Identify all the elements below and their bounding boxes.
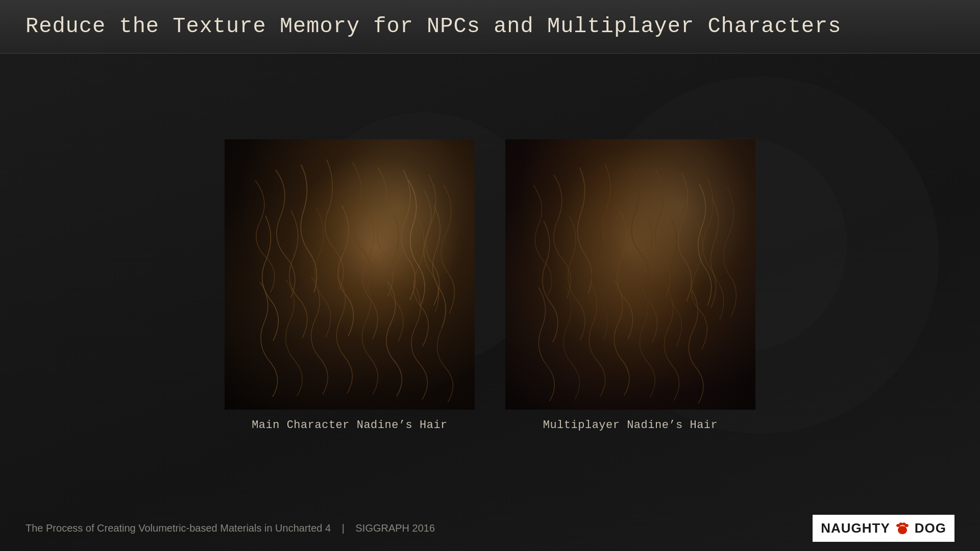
slide: Reduce the Texture Memory for NPCs and M… [0,0,980,551]
svg-point-0 [898,526,907,534]
logo-text-left: NAUGHTY [821,520,890,536]
images-row: Main Character Nadine’s Hair [41,139,939,432]
left-caption: Main Character Nadine’s Hair [252,419,448,432]
header: Reduce the Texture Memory for NPCs and M… [0,0,980,54]
naughty-dog-logo: NAUGHTY DOG [813,515,954,542]
svg-point-4 [904,524,909,527]
main-content: Main Character Nadine’s Hair [0,54,980,507]
hair-strands-left [225,139,475,410]
right-image-block: Multiplayer Nadine’s Hair [505,139,755,432]
footer: The Process of Creating Volumetric-based… [0,507,980,551]
footer-process-text: The Process of Creating Volumetric-based… [26,522,331,534]
left-image-block: Main Character Nadine’s Hair [225,139,475,432]
svg-point-2 [899,522,902,525]
paw-icon [894,519,911,538]
logo-text-right: DOG [915,520,946,536]
footer-description: The Process of Creating Volumetric-based… [26,522,435,534]
right-hair-image [505,139,755,410]
right-caption: Multiplayer Nadine’s Hair [543,419,718,432]
footer-divider: | [342,522,345,534]
slide-title: Reduce the Texture Memory for NPCs and M… [26,14,954,39]
left-hair-image [225,139,475,410]
footer-event: SIGGRAPH 2016 [355,522,435,534]
hair-strands-right [505,139,755,410]
